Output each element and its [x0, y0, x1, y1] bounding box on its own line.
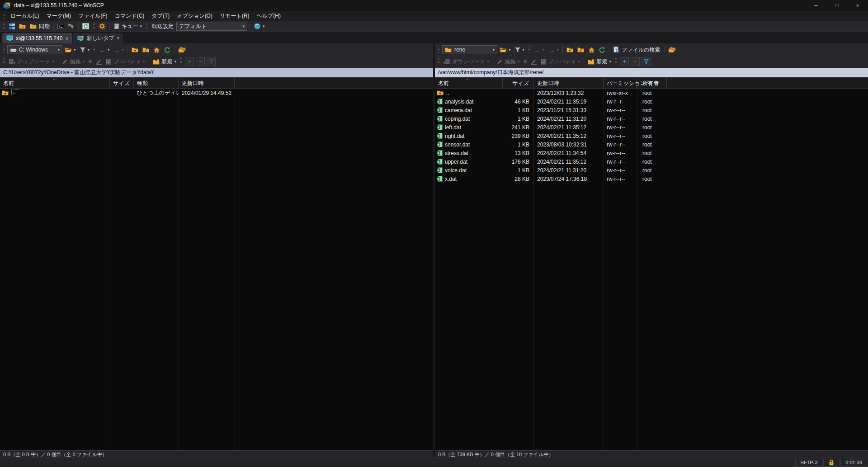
file-name-cell: ..	[435, 89, 503, 97]
file-name-cell: x stress.dat	[435, 149, 503, 157]
file-permissions: rw-r--r--	[604, 132, 637, 140]
remote-forward-button[interactable]: → ▾	[547, 45, 561, 54]
file-row[interactable]: x stress.dat 13 KB 2024/02/21 11:34:54 r…	[435, 149, 868, 157]
column-header-permissions[interactable]: パーミッション	[604, 78, 637, 88]
tab-session[interactable]: xi@133.55.115.240 ×	[2, 33, 72, 43]
remote-properties-button[interactable]: プロパティ ▾	[539, 57, 581, 66]
local-refresh-button[interactable]	[162, 45, 172, 54]
local-edit-button[interactable]: 編集 ▾	[61, 57, 86, 66]
local-selection-filter-button[interactable]	[207, 57, 216, 66]
column-header-size[interactable]: サイズ	[503, 78, 533, 88]
remote-new-button[interactable]: 新規 ▾	[586, 57, 613, 66]
chevron-down-icon: ▾	[57, 48, 60, 52]
column-header-size[interactable]: サイズ	[110, 78, 134, 88]
keep-up-to-date-button[interactable]	[18, 22, 28, 31]
local-root-directory-button[interactable]	[141, 45, 151, 54]
remote-filter-button[interactable]: ▾	[513, 45, 526, 54]
remote-refresh-button[interactable]	[597, 45, 607, 54]
remote-open-directory-button[interactable]: ▾	[498, 45, 512, 54]
transfer-preset-select[interactable]: デフォルト ▾	[176, 22, 247, 31]
menu-mark[interactable]: マーク(M)	[43, 12, 75, 20]
menu-options[interactable]: オプション(O)	[173, 12, 216, 20]
remote-open-same-directory-button[interactable]	[667, 45, 677, 54]
column-header-name[interactable]: 名前	[0, 78, 110, 88]
local-drive-select[interactable]: C: Windows ▾	[7, 45, 62, 54]
local-delete-button[interactable]: ×	[87, 57, 93, 66]
transfer-options-button[interactable]: ▾	[252, 22, 266, 31]
file-row[interactable]: .. ひとつ上のディレクトリ 2024/01/29 14:49:52	[0, 89, 433, 97]
encryption-lock-indicator[interactable]	[823, 459, 840, 467]
local-parent-directory-button[interactable]	[130, 45, 140, 54]
menu-local[interactable]: ローカル(L)	[7, 12, 43, 20]
preferences-button[interactable]	[97, 22, 107, 31]
remote-edit-button[interactable]: 編集 ▾	[495, 57, 521, 66]
file-row[interactable]: x camera.dat 1 KB 2023/11/21 15:31:33 rw…	[435, 106, 868, 114]
local-properties-button[interactable]: プロパティ ▾	[104, 57, 146, 66]
file-row[interactable]: x x.dat 28 KB 2023/07/24 17:36:18 rw-r--…	[435, 175, 868, 183]
remote-select-add-button[interactable]: +	[620, 57, 629, 66]
refresh-session-button[interactable]	[81, 22, 90, 31]
local-open-directory-button[interactable]: ▾	[63, 45, 77, 54]
local-select-add-button[interactable]: +	[185, 57, 194, 66]
remote-rename-button[interactable]	[529, 57, 538, 66]
file-row[interactable]: .. 2023/12/03 1:23:32 rwxr-xr-x root	[435, 89, 868, 97]
close-button[interactable]: ×	[847, 0, 868, 11]
protocol-badge[interactable]: SFTP-3	[795, 459, 822, 467]
column-header-modified[interactable]: 更新日時	[533, 78, 604, 88]
local-home-directory-button[interactable]	[152, 45, 161, 54]
remote-path-bar[interactable]: /var/www/html/company/日本海倶楽部/rene/	[435, 68, 868, 77]
file-row[interactable]: x coping.dat 1 KB 2024/02/21 11:31:20 rw…	[435, 114, 868, 123]
remote-parent-directory-button[interactable]	[565, 45, 575, 54]
remote-file-list[interactable]: .. 2023/12/03 1:23:32 rwxr-xr-x root x a…	[435, 89, 868, 450]
download-icon	[443, 58, 450, 65]
file-row[interactable]: x sensor.dat 1 KB 2023/08/03 10:32:31 rw…	[435, 140, 868, 149]
queue-button[interactable]: キュー ▾	[112, 22, 143, 31]
file-row[interactable]: x analysis.dat 46 KB 2024/02/21 11:35:19…	[435, 97, 868, 106]
remote-select-remove-button[interactable]: −	[631, 57, 640, 66]
synchronize-button[interactable]: 同期	[28, 22, 51, 31]
tab-new[interactable]: 新しいタブ ▾	[73, 33, 123, 43]
column-header-modified[interactable]: 更新日時	[179, 78, 235, 88]
remote-selection-filter-button[interactable]	[642, 57, 651, 66]
upload-label: アップロード	[17, 58, 50, 66]
local-open-same-directory-button[interactable]	[177, 45, 187, 54]
menu-remote[interactable]: リモート(R)	[216, 12, 253, 20]
menu-help[interactable]: ヘルプ(H)	[253, 12, 284, 20]
local-back-button[interactable]: ← ▾	[98, 45, 111, 54]
remote-home-directory-button[interactable]	[587, 45, 596, 54]
menu-tab[interactable]: タブ(T)	[148, 12, 173, 20]
upload-button[interactable]: アップロード ▾	[7, 57, 56, 66]
local-rename-button[interactable]	[94, 57, 104, 66]
menu-file[interactable]: ファイル(F)	[75, 12, 111, 20]
file-panels: C: Windows ▾ ▾ ▾ ← ▾ →	[0, 43, 868, 450]
local-path-bar[interactable]: C:¥Users¥8072y¥OneDrive - 富山県立大学¥実験データ¥d…	[0, 68, 433, 77]
download-label: ダウンロード	[452, 58, 485, 66]
local-forward-button[interactable]: → ▾	[112, 45, 126, 54]
column-header-type[interactable]: 種類	[134, 78, 179, 88]
file-name: right.dat	[445, 133, 464, 139]
file-row[interactable]: x upper.dat 176 KB 2024/02/21 11:35:12 r…	[435, 157, 868, 166]
tab-close-icon[interactable]: ×	[65, 36, 68, 41]
file-row[interactable]: x right.dat 239 KB 2024/02/21 11:35:12 r…	[435, 132, 868, 140]
toolbar-separator	[664, 46, 665, 53]
remote-delete-button[interactable]: ×	[522, 57, 528, 66]
remote-root-directory-button[interactable]	[576, 45, 586, 54]
download-button[interactable]: ダウンロード ▾	[442, 57, 491, 66]
file-row[interactable]: x left.dat 241 KB 2024/02/21 11:35:12 rw…	[435, 123, 868, 132]
open-in-putty-button[interactable]	[66, 22, 76, 31]
remote-back-button[interactable]: ← ▾	[533, 45, 546, 54]
local-file-list[interactable]: .. ひとつ上のディレクトリ 2024/01/29 14:49:52	[0, 89, 433, 450]
minimize-button[interactable]: ─	[806, 0, 826, 11]
local-new-button[interactable]: 新規 ▾	[151, 57, 178, 66]
column-header-owner[interactable]: 所有者	[637, 78, 667, 88]
maximize-button[interactable]: □	[826, 0, 847, 11]
local-select-remove-button[interactable]: −	[196, 57, 205, 66]
local-filter-button[interactable]: ▾	[78, 45, 91, 54]
remote-directory-select[interactable]: rene ▾	[442, 45, 497, 54]
find-files-button[interactable]: ファイルの検索	[612, 45, 661, 54]
file-row[interactable]: x voice.dat 1 KB 2024/02/21 11:31:20 rw-…	[435, 166, 868, 175]
menu-command[interactable]: コマンド(C)	[111, 12, 148, 20]
terminal-button[interactable]	[56, 22, 66, 31]
session-manager-button[interactable]	[7, 22, 17, 31]
column-header-name[interactable]: 名前	[435, 78, 503, 88]
